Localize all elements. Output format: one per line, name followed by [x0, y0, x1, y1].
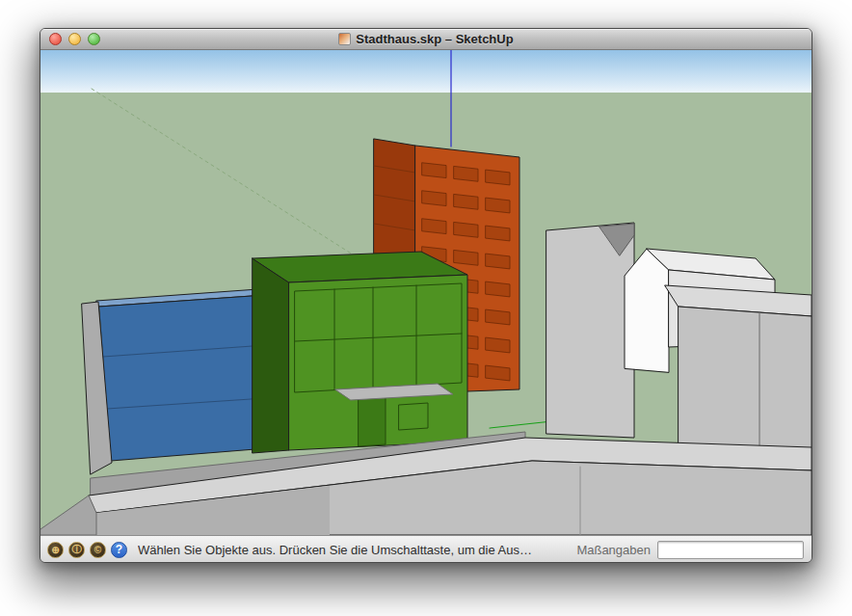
minimize-button[interactable]: [68, 33, 81, 45]
help-icon[interactable]: ?: [111, 542, 127, 558]
traffic-lights: [49, 33, 100, 45]
title-bar[interactable]: Stadthaus.skp – SketchUp: [40, 29, 812, 50]
close-button[interactable]: [49, 33, 62, 45]
measurements-input[interactable]: [657, 541, 804, 559]
measurements-label: Maßangaben: [576, 543, 651, 557]
sketchup-window: Stadthaus.skp – SketchUp: [40, 28, 812, 563]
desktop: Stadthaus.skp – SketchUp: [0, 0, 852, 616]
viewport-3d[interactable]: [40, 50, 812, 535]
copyright-icon[interactable]: ©: [90, 542, 106, 558]
green-building-side-face[interactable]: [253, 258, 289, 453]
status-bar: ⊕ ⓘ © ? Wählen Sie Objekte aus. Drücken …: [40, 535, 812, 563]
status-hint-text: Wählen Sie Objekte aus. Drücken Sie die …: [138, 543, 572, 557]
attribution-icon[interactable]: ⓘ: [68, 542, 85, 558]
lower-right-front-face[interactable]: [679, 307, 812, 465]
window-title: Stadthaus.skp – SketchUp: [356, 32, 513, 46]
title-area: Stadthaus.skp – SketchUp: [338, 32, 513, 46]
model-scene: [40, 50, 812, 535]
white-house-gable-wall[interactable]: [625, 249, 669, 372]
sky: [40, 50, 812, 95]
geolocation-icon[interactable]: ⊕: [47, 542, 64, 558]
zoom-button[interactable]: [88, 33, 100, 45]
gray-slab-front-face[interactable]: [546, 223, 634, 438]
document-proxy-icon[interactable]: [338, 33, 351, 45]
green-building-door[interactable]: [359, 397, 386, 446]
